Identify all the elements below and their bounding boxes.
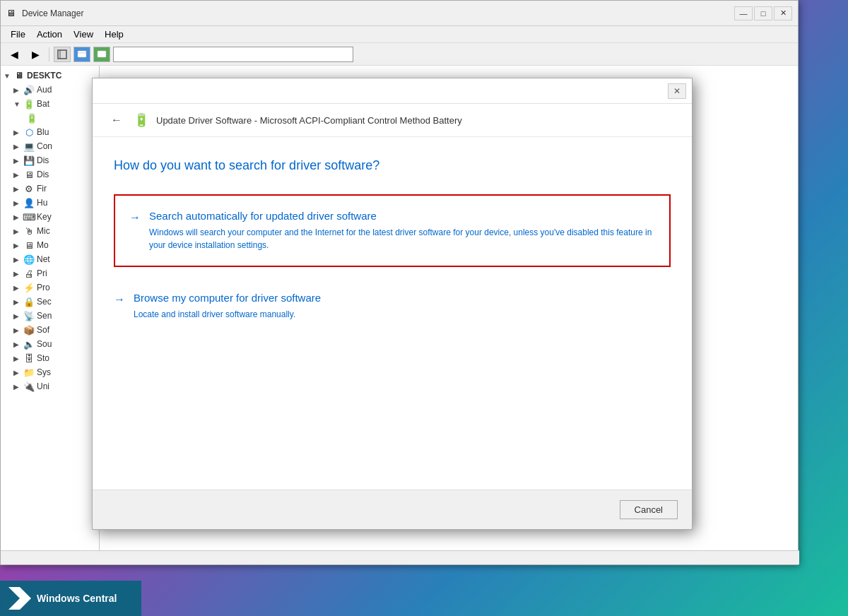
tree-item-label: Uni (37, 381, 49, 391)
expand-icon: ▶ (13, 284, 23, 292)
tree-item-label: Sen (37, 311, 52, 321)
menu-file[interactable]: File (5, 28, 31, 41)
expand-icon: ▶ (13, 298, 23, 306)
list-item[interactable]: ▶ 🔒 Sec (1, 295, 99, 309)
tree-root[interactable]: ▼ DESKTC (1, 69, 99, 83)
list-item[interactable]: ▶ ⌨ Key (1, 210, 99, 224)
expand-icon: ▶ (13, 171, 23, 179)
svg-marker-5 (8, 587, 31, 610)
maximize-button[interactable]: □ (754, 6, 772, 20)
battery-icon: 🔋 (23, 98, 35, 109)
list-item[interactable]: ▶ 🌐 Net (1, 252, 99, 266)
tree-panel: ▼ DESKTC ▶ 🔊 Aud ▼ 🔋 Bat 🔋 ▶ ⬡ Blu (1, 66, 100, 564)
proc-icon: ⚡ (23, 282, 35, 293)
search-automatically-option[interactable]: → Search automatically for updated drive… (114, 194, 671, 267)
tree-item-label: Dis (37, 155, 49, 165)
dialog-close-button[interactable]: ✕ (668, 83, 686, 99)
list-item[interactable]: ▶ 🖨 Pri (1, 266, 99, 280)
menu-bar: File Action View Help (1, 26, 798, 43)
list-item[interactable]: ▶ 📁 Sys (1, 365, 99, 379)
toolbar-icon-2 (73, 47, 90, 62)
tree-item-label: Sto (37, 353, 49, 363)
dialog-title-bar: ✕ (93, 78, 692, 104)
list-item[interactable]: ▶ 🖥 Dis (1, 167, 99, 182)
tree-item-label: Sou (37, 339, 52, 349)
list-item[interactable]: ▶ 🔊 Aud (1, 83, 99, 97)
browse-computer-option[interactable]: → Browse my computer for driver software… (114, 281, 671, 331)
dialog-header: ← 🔋 Update Driver Software - Microsoft A… (93, 104, 692, 137)
expand-icon: ▶ (13, 129, 23, 136)
cancel-button[interactable]: Cancel (620, 500, 678, 519)
list-item[interactable]: ▶ ⚡ Pro (1, 280, 99, 295)
computer-icon (13, 70, 25, 81)
option2-title: Browse my computer for driver software (134, 292, 321, 304)
expand-icon: ▶ (13, 340, 23, 348)
expand-icon: ▶ (13, 369, 23, 377)
expand-icon: ▶ (13, 86, 23, 94)
expand-icon: ▶ (13, 185, 23, 193)
watermark-logo (8, 587, 31, 610)
dialog-question: How do you want to search for driver sof… (114, 158, 671, 173)
tree-item-label: Key (37, 212, 52, 222)
expand-icon: ▶ (13, 157, 23, 165)
watermark: Windows Central (0, 581, 141, 616)
option2-arrow-icon: → (114, 293, 125, 306)
toolbar-icon-1 (54, 47, 71, 62)
list-item[interactable]: ▶ 🔌 Uni (1, 379, 99, 393)
tree-item-label: Fir (37, 184, 47, 194)
tree-item-label: Bat (37, 99, 49, 109)
back-button[interactable]: ◀ (5, 46, 23, 63)
minimize-button[interactable]: — (734, 6, 753, 20)
list-item[interactable]: 🔋 (1, 111, 99, 125)
svg-rect-2 (78, 51, 86, 57)
forward-button[interactable]: ▶ (26, 46, 45, 63)
status-bar (1, 550, 799, 564)
menu-action[interactable]: Action (31, 28, 68, 41)
list-item[interactable]: ▼ 🔋 Bat (1, 97, 99, 111)
option1-description: Windows will search your computer and th… (149, 226, 655, 251)
stor-icon: 🗄 (23, 353, 35, 364)
menu-view[interactable]: View (68, 28, 99, 41)
list-item[interactable]: ▶ 👤 Hu (1, 196, 99, 210)
monitor-icon: 🖥 (23, 239, 35, 251)
expand-icon: ▶ (13, 256, 23, 263)
dialog-header-icon: 🔋 (134, 112, 149, 128)
list-item[interactable]: ▶ ⚙ Fir (1, 182, 99, 196)
close-button[interactable]: ✕ (774, 6, 792, 20)
list-item[interactable]: ▶ 🖥 Mo (1, 238, 99, 252)
tree-item-label: Blu (37, 127, 49, 137)
title-bar-icon: 🖥 (6, 8, 18, 19)
mouse-icon: 🖱 (23, 225, 35, 237)
sys-icon: 📁 (23, 367, 35, 378)
list-item[interactable]: ▶ 📡 Sen (1, 309, 99, 323)
title-bar-left: 🖥 Device Manager (6, 8, 83, 19)
list-item[interactable]: ▶ 💻 Con (1, 139, 99, 153)
expand-icon: ▼ (13, 100, 23, 108)
list-item[interactable]: ▶ 💾 Dis (1, 153, 99, 167)
comp-icon: 💻 (23, 141, 35, 152)
list-item[interactable]: ▶ 🖱 Mic (1, 224, 99, 238)
list-item[interactable]: ▶ ⬡ Blu (1, 125, 99, 139)
dialog-body: How do you want to search for driver sof… (93, 137, 692, 345)
title-bar: 🖥 Device Manager — □ ✕ (1, 1, 798, 26)
dialog-back-button[interactable]: ← (107, 112, 126, 128)
expand-icon: ▶ (13, 383, 23, 391)
tree-item-label: Sof (37, 325, 49, 335)
list-item[interactable]: ▶ 🗄 Sto (1, 351, 99, 365)
watermark-text: Windows Central (37, 593, 117, 604)
tree-root-label: DESKTC (27, 71, 61, 81)
print-icon: 🖨 (23, 268, 35, 279)
option1-title: Search automatically for updated driver … (149, 210, 655, 222)
tree-item-label: Aud (37, 85, 52, 95)
list-item[interactable]: ▶ 🔈 Sou (1, 337, 99, 351)
expand-icon: ▶ (13, 270, 23, 278)
expand-icon: ▶ (13, 143, 23, 150)
uni-icon: 🔌 (23, 381, 35, 392)
expand-icon: ▶ (13, 199, 23, 207)
list-item[interactable]: ▶ 📦 Sof (1, 323, 99, 337)
menu-help[interactable]: Help (99, 28, 129, 41)
human-icon: 👤 (23, 197, 35, 208)
network-icon: 🌐 (23, 254, 35, 265)
search-input[interactable] (113, 47, 353, 62)
soft-icon: 📦 (23, 324, 35, 336)
